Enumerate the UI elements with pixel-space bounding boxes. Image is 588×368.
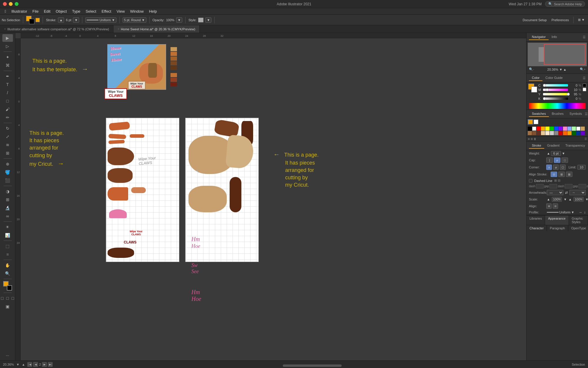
limit-input[interactable] bbox=[577, 165, 586, 170]
color-swatch-4[interactable] bbox=[171, 61, 177, 65]
line-tool[interactable]: / bbox=[2, 89, 13, 97]
stroke-up-btn[interactable]: ▲ bbox=[58, 17, 64, 23]
draw-inside[interactable]: □ bbox=[11, 294, 15, 302]
tab-stroke[interactable]: Stroke bbox=[529, 143, 544, 149]
align-outside[interactable]: ⊠ bbox=[566, 172, 572, 177]
k-slider[interactable] bbox=[543, 97, 568, 100]
perspective-tool[interactable]: ⬛ bbox=[2, 177, 13, 184]
swatch-cream[interactable] bbox=[541, 131, 545, 135]
pen-tool[interactable]: ✒ bbox=[2, 72, 13, 80]
magic-wand-tool[interactable]: ✦ bbox=[2, 53, 13, 61]
list-view-icon[interactable]: ☰ bbox=[585, 112, 588, 116]
white-swatch[interactable] bbox=[583, 88, 586, 91]
zoom-dropdown[interactable]: ▼ bbox=[559, 68, 562, 71]
swatch-black[interactable] bbox=[528, 127, 532, 131]
tab-brushes[interactable]: Brushes bbox=[549, 111, 567, 117]
align-btn-2[interactable]: ⊟ bbox=[553, 203, 558, 209]
arrowhead-swap[interactable]: ⇄ bbox=[565, 191, 568, 195]
m-thumb[interactable] bbox=[546, 88, 549, 91]
screen-mode[interactable]: ▣ bbox=[2, 303, 13, 310]
color-swatch-7[interactable] bbox=[171, 78, 177, 82]
slice-tool[interactable]: ⌗ bbox=[2, 251, 13, 258]
blend-tool[interactable]: ∞ bbox=[2, 212, 13, 220]
align-center[interactable]: ⊟ bbox=[551, 172, 557, 177]
swatch-menu-btn[interactable]: ⊞ bbox=[531, 137, 533, 140]
mesh-tool[interactable]: ⊞ bbox=[2, 196, 13, 203]
next-page-btn[interactable]: ▶ bbox=[42, 362, 47, 367]
swatch-delete-btn[interactable]: 🗑 bbox=[534, 137, 536, 140]
menu-view[interactable]: View bbox=[114, 9, 127, 14]
weight-up[interactable]: ▲ bbox=[547, 152, 550, 155]
tab-close-1[interactable]: × bbox=[4, 27, 6, 31]
profile-dropdown[interactable]: ▼ bbox=[571, 210, 574, 214]
swatch-forest-green[interactable] bbox=[572, 131, 576, 135]
color-swatch-3[interactable] bbox=[171, 57, 177, 61]
swatch-light-blue[interactable] bbox=[567, 127, 572, 131]
swatch-pink[interactable] bbox=[563, 127, 567, 131]
swatch-dark-brown[interactable] bbox=[532, 131, 536, 135]
scale-up-2[interactable]: ▲ bbox=[569, 198, 572, 201]
menu-window[interactable]: Window bbox=[128, 9, 146, 14]
canvas-area[interactable]: -12 -8 -4 0 4 8 12 16 20 24 28 32 8 4 0 … bbox=[15, 33, 526, 360]
pencil-tool[interactable]: ✏ bbox=[2, 114, 13, 121]
zoom-dropdown-btn[interactable]: ▼ bbox=[16, 363, 19, 366]
menu-type[interactable]: Type bbox=[70, 9, 83, 14]
nav-view-box[interactable] bbox=[544, 44, 585, 65]
color-swatch-1[interactable] bbox=[171, 47, 177, 51]
arrow-up-icon[interactable]: ▲ bbox=[22, 363, 25, 366]
tab-character[interactable]: Character bbox=[527, 225, 547, 231]
tab-appearance[interactable]: Appearance bbox=[545, 216, 569, 225]
tab-paragraph[interactable]: Paragraph bbox=[547, 225, 568, 231]
doc-setup-button[interactable]: Document Setup bbox=[521, 18, 548, 22]
tab-symbols[interactable]: Symbols bbox=[567, 111, 585, 117]
style-dropdown[interactable]: ▼ bbox=[205, 17, 211, 23]
swatch-light-green[interactable] bbox=[572, 127, 576, 131]
swatch-green[interactable] bbox=[550, 127, 554, 131]
y-thumb[interactable] bbox=[567, 93, 570, 96]
swatch-dark-red[interactable] bbox=[559, 131, 563, 135]
white-swatch-2[interactable] bbox=[534, 120, 538, 124]
menu-help[interactable]: Help bbox=[147, 9, 159, 14]
type-tool[interactable]: T bbox=[2, 81, 13, 88]
swatch-yellow-orange[interactable] bbox=[567, 131, 572, 135]
swatch-add-btn[interactable]: ⊕ bbox=[528, 137, 530, 140]
rotate-tool[interactable]: ↻ bbox=[2, 125, 13, 132]
profile-flip-v[interactable]: ↕ bbox=[584, 210, 586, 214]
m-slider[interactable] bbox=[543, 89, 568, 91]
panel-menu-icon[interactable]: ☰ bbox=[583, 35, 586, 39]
tab-illustrator-comparison[interactable]: × Illustrator alternative software compa… bbox=[0, 25, 113, 33]
dash-input-1[interactable] bbox=[536, 184, 544, 188]
cap-round[interactable]: ⌀ bbox=[554, 158, 560, 163]
swatch-light-cream[interactable] bbox=[545, 131, 549, 135]
align-btn-1[interactable]: ⊞ bbox=[546, 203, 552, 209]
free-transform-tool[interactable]: ⊞ bbox=[2, 149, 13, 157]
color-spectrum[interactable] bbox=[529, 103, 586, 109]
tab-home-sweet-home[interactable]: × Home Sweet Home.ai* @ 20.36 % (CMYK/Pr… bbox=[113, 25, 200, 33]
swatch-darker-brown[interactable] bbox=[537, 131, 541, 135]
search-adobe-help[interactable]: 🔍 Search Adobe Help bbox=[545, 1, 585, 7]
window-controls[interactable] bbox=[3, 2, 19, 6]
last-page-btn[interactable]: ▶| bbox=[48, 362, 53, 367]
preferences-button[interactable]: Preferences bbox=[550, 18, 570, 22]
zoom-in-icon[interactable]: 🔍+ bbox=[580, 67, 586, 71]
scale-down-2[interactable]: ▼ bbox=[585, 198, 588, 201]
color-swatch-6[interactable] bbox=[171, 73, 177, 77]
more-tools[interactable]: ··· bbox=[2, 352, 13, 359]
c-thumb[interactable] bbox=[543, 84, 546, 87]
minimize-button[interactable] bbox=[9, 2, 13, 6]
swatch-orange[interactable] bbox=[541, 127, 545, 131]
c-slider[interactable] bbox=[543, 84, 568, 87]
live-paint-tool[interactable]: 🪣 bbox=[2, 168, 13, 176]
menu-select[interactable]: Select bbox=[83, 9, 98, 14]
swatch-orange-2[interactable] bbox=[563, 131, 567, 135]
cap-butt[interactable]: | bbox=[546, 158, 553, 163]
corner-bevel[interactable]: ⬡ bbox=[560, 165, 565, 170]
corner-round[interactable]: ⌀ bbox=[553, 165, 559, 170]
arrowhead-start[interactable]: — → bbox=[547, 190, 563, 195]
profile-flip-h[interactable]: ↔ bbox=[579, 210, 582, 214]
zoom-tool[interactable]: 🔍 bbox=[2, 270, 13, 277]
tab-libraries[interactable]: Libraries bbox=[527, 216, 545, 225]
draw-normal[interactable]: □ bbox=[0, 294, 5, 302]
horizontal-scrollbar[interactable] bbox=[283, 364, 342, 367]
scale-down-1[interactable]: ▼ bbox=[564, 198, 567, 201]
